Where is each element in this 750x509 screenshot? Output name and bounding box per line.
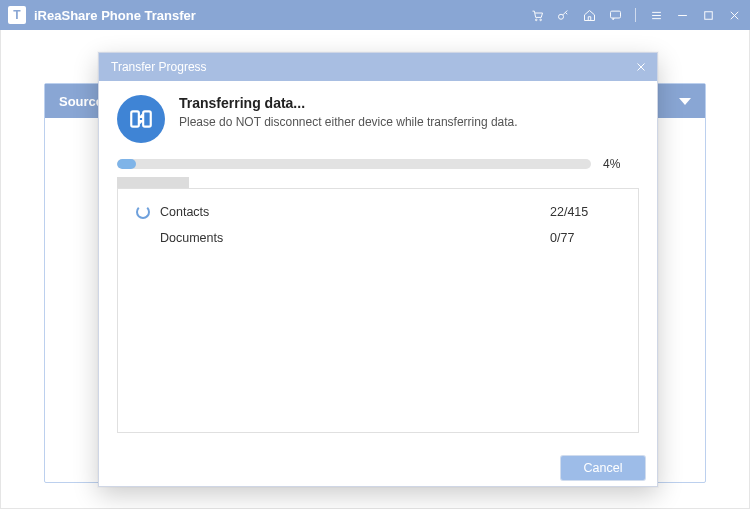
spinner-icon (136, 205, 150, 219)
item-name: Documents (160, 231, 550, 245)
svg-rect-5 (131, 111, 139, 126)
menu-icon[interactable] (648, 7, 664, 23)
feedback-icon[interactable] (607, 7, 623, 23)
maximize-icon[interactable] (700, 7, 716, 23)
key-icon[interactable] (555, 7, 571, 23)
svg-point-0 (535, 19, 537, 21)
transfer-icon (117, 95, 165, 143)
progress-percent: 4% (603, 157, 639, 171)
chevron-down-icon (679, 98, 691, 105)
cart-icon[interactable] (529, 7, 545, 23)
svg-point-2 (558, 14, 563, 19)
close-icon[interactable] (726, 7, 742, 23)
cancel-button[interactable]: Cancel (561, 456, 645, 480)
app-title: iReaShare Phone Transfer (34, 8, 529, 23)
svg-rect-6 (143, 111, 151, 126)
app-logo: T (8, 6, 26, 24)
items-list: Contacts 22/415 Documents 0/77 (117, 188, 639, 433)
titlebar: T iReaShare Phone Transfer (0, 0, 750, 30)
item-name: Contacts (160, 205, 550, 219)
dialog-close-button[interactable] (633, 59, 649, 75)
info-row: Transferring data... Please do NOT disco… (117, 95, 639, 143)
progress-fill (117, 159, 136, 169)
window-body: Source: Transfer Progress Tr (0, 30, 750, 509)
home-icon[interactable] (581, 7, 597, 23)
dialog-header: Transfer Progress (99, 53, 657, 81)
dialog-body: Transferring data... Please do NOT disco… (99, 81, 657, 443)
list-item: Contacts 22/415 (134, 199, 622, 225)
item-count: 22/415 (550, 205, 620, 219)
dialog-title: Transfer Progress (111, 60, 633, 74)
dialog-footer: Cancel (99, 450, 657, 486)
list-item: Documents 0/77 (134, 225, 622, 251)
progress-wrap: 4% (117, 157, 639, 171)
svg-rect-4 (704, 11, 712, 19)
minimize-icon[interactable] (674, 7, 690, 23)
transfer-subtext: Please do NOT disconnect either device w… (179, 115, 518, 129)
item-icon-empty (136, 231, 150, 245)
transfer-progress-dialog: Transfer Progress Transferring data... P… (98, 52, 658, 487)
svg-point-1 (539, 19, 541, 21)
item-count: 0/77 (550, 231, 620, 245)
titlebar-separator (635, 8, 636, 22)
titlebar-actions (529, 7, 742, 23)
transfer-heading: Transferring data... (179, 95, 518, 111)
progress-bar (117, 159, 591, 169)
info-text: Transferring data... Please do NOT disco… (179, 95, 518, 129)
svg-rect-3 (610, 11, 620, 18)
